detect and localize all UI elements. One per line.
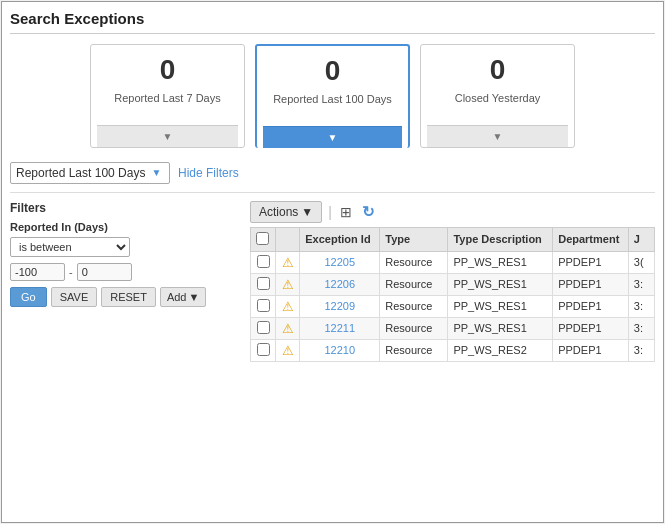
filter-range-to[interactable]: [77, 263, 132, 281]
hide-filters-link[interactable]: Hide Filters: [178, 166, 239, 180]
row-type-description: PP_WS_RES1: [448, 251, 553, 273]
warning-icon: ⚠: [282, 321, 294, 336]
row-department: PPDEP1: [553, 251, 629, 273]
row-warning-cell: ⚠: [276, 339, 300, 361]
row-checkbox[interactable]: [257, 343, 270, 356]
row-exception-id: 12209: [300, 295, 380, 317]
exception-id-link[interactable]: 12205: [324, 256, 355, 268]
filter-range-separator: -: [69, 266, 73, 278]
warning-icon: ⚠: [282, 255, 294, 270]
actions-button[interactable]: Actions ▼: [250, 201, 322, 223]
col-header-exception-id: Exception Id: [300, 227, 380, 251]
col-header-type-description: Type Description: [448, 227, 553, 251]
actions-arrow-icon: ▼: [301, 205, 313, 219]
table-scroll-container: Exception Id Type Type Description Depar…: [250, 227, 655, 362]
row-department: PPDEP1: [553, 339, 629, 361]
col-header-type: Type: [380, 227, 448, 251]
row-department: PPDEP1: [553, 295, 629, 317]
row-type: Resource: [380, 339, 448, 361]
row-j: 3:: [628, 339, 654, 361]
row-checkbox-cell: [251, 295, 276, 317]
card-arrow-100days[interactable]: ▼: [263, 126, 402, 148]
exception-id-link[interactable]: 12209: [324, 300, 355, 312]
row-checkbox[interactable]: [257, 299, 270, 312]
table-row: ⚠12211ResourcePP_WS_RES1PPDEP13:: [251, 317, 655, 339]
table-toolbar: Actions ▼ | ⊞ ↻: [250, 201, 655, 223]
add-button-arrow-icon: ▼: [188, 291, 199, 303]
row-j: 3:: [628, 317, 654, 339]
stat-card-yesterday[interactable]: 0 Closed Yesterday ▼: [420, 44, 575, 148]
warning-icon: ⚠: [282, 343, 294, 358]
save-button[interactable]: SAVE: [51, 287, 98, 307]
warning-icon: ⚠: [282, 277, 294, 292]
row-warning-cell: ⚠: [276, 317, 300, 339]
row-j: 3:: [628, 273, 654, 295]
row-checkbox[interactable]: [257, 321, 270, 334]
row-checkbox-cell: [251, 273, 276, 295]
filter-type-value: Reported Last 100 Days: [16, 166, 145, 180]
stat-card-7days[interactable]: 0 Reported Last 7 Days ▼: [90, 44, 245, 148]
page-title: Search Exceptions: [10, 10, 655, 34]
filter-range-from[interactable]: [10, 263, 65, 281]
main-container: Search Exceptions 0 Reported Last 7 Days…: [1, 1, 664, 523]
stat-label-7days: Reported Last 7 Days: [97, 91, 238, 119]
table-body: ⚠12205ResourcePP_WS_RES1PPDEP13(⚠12206Re…: [251, 251, 655, 361]
row-exception-id: 12206: [300, 273, 380, 295]
refresh-icon[interactable]: ↻: [360, 201, 377, 223]
filter-bar: Reported Last 100 Days ▼ Hide Filters: [10, 162, 655, 193]
filters-section-title: Filters: [10, 201, 240, 215]
row-type: Resource: [380, 295, 448, 317]
card-arrow-yesterday[interactable]: ▼: [427, 125, 568, 147]
stat-cards-row: 0 Reported Last 7 Days ▼ 0 Reported Last…: [10, 44, 655, 148]
col-header-j: J: [628, 227, 654, 251]
table-row: ⚠12210ResourcePP_WS_RES2PPDEP13:: [251, 339, 655, 361]
row-type: Resource: [380, 251, 448, 273]
exceptions-table: Exception Id Type Type Description Depar…: [250, 227, 655, 362]
filter-field-label: Reported In (Days): [10, 221, 240, 233]
table-row: ⚠12205ResourcePP_WS_RES1PPDEP13(: [251, 251, 655, 273]
filter-type-dropdown[interactable]: Reported Last 100 Days ▼: [10, 162, 170, 184]
row-checkbox[interactable]: [257, 277, 270, 290]
add-button[interactable]: Add ▼: [160, 287, 206, 307]
go-button[interactable]: Go: [10, 287, 47, 307]
row-type-description: PP_WS_RES1: [448, 295, 553, 317]
exception-id-link[interactable]: 12211: [324, 322, 355, 334]
row-type-description: PP_WS_RES1: [448, 317, 553, 339]
filter-condition-row: is between is equal to is greater than i…: [10, 237, 240, 257]
row-type-description: PP_WS_RES1: [448, 273, 553, 295]
toolbar-separator: |: [328, 204, 332, 220]
row-type-description: PP_WS_RES2: [448, 339, 553, 361]
select-all-checkbox[interactable]: [256, 232, 269, 245]
row-exception-id: 12205: [300, 251, 380, 273]
exception-id-link[interactable]: 12206: [324, 278, 355, 290]
table-header-row: Exception Id Type Type Description Depar…: [251, 227, 655, 251]
row-warning-cell: ⚠: [276, 273, 300, 295]
row-type: Resource: [380, 273, 448, 295]
stat-label-100days: Reported Last 100 Days: [263, 92, 402, 120]
row-j: 3(: [628, 251, 654, 273]
card-arrow-7days[interactable]: ▼: [97, 125, 238, 147]
table-row: ⚠12209ResourcePP_WS_RES1PPDEP13:: [251, 295, 655, 317]
row-warning-cell: ⚠: [276, 251, 300, 273]
dropdown-arrow-icon: ▼: [151, 167, 161, 178]
stat-number-7days: 0: [97, 53, 238, 87]
col-header-department: Department: [553, 227, 629, 251]
col-header-warning: [276, 227, 300, 251]
row-checkbox[interactable]: [257, 255, 270, 268]
row-department: PPDEP1: [553, 273, 629, 295]
row-warning-cell: ⚠: [276, 295, 300, 317]
warning-icon: ⚠: [282, 299, 294, 314]
filter-condition-select[interactable]: is between is equal to is greater than i…: [10, 237, 130, 257]
stat-number-100days: 0: [263, 54, 402, 88]
filter-actions-row: Go SAVE RESET Add ▼: [10, 287, 240, 307]
row-department: PPDEP1: [553, 317, 629, 339]
reset-button[interactable]: RESET: [101, 287, 156, 307]
stat-card-100days[interactable]: 0 Reported Last 100 Days ▼: [255, 44, 410, 148]
expand-icon[interactable]: ⊞: [338, 202, 354, 222]
row-checkbox-cell: [251, 251, 276, 273]
row-checkbox-cell: [251, 339, 276, 361]
col-header-checkbox: [251, 227, 276, 251]
exception-id-link[interactable]: 12210: [324, 344, 355, 356]
add-button-label: Add: [167, 291, 187, 303]
row-exception-id: 12210: [300, 339, 380, 361]
